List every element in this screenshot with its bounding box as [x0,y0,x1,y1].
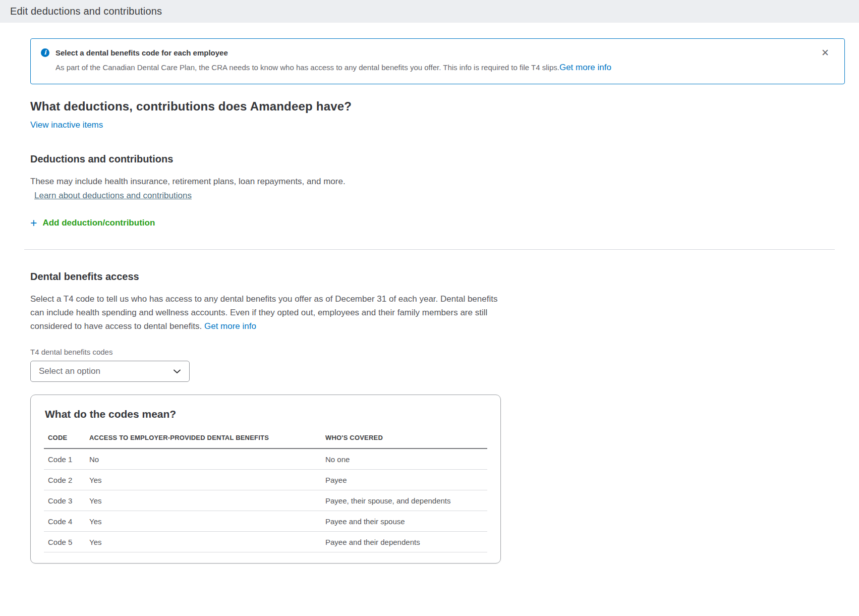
codes-meaning-card: What do the codes mean? CODE ACCESS TO E… [30,395,501,564]
deductions-description: These may include health insurance, reti… [30,175,845,188]
t4-codes-field-label: T4 dental benefits codes [30,348,845,356]
table-row: Code 3YesPayee, their spouse, and depend… [44,490,487,511]
chevron-down-icon [173,367,182,376]
table-cell: Code 5 [44,532,89,552]
table-cell: Payee [325,470,487,490]
table-cell: Yes [89,470,325,490]
section-divider [24,249,835,250]
deductions-section-heading: Deductions and contributions [30,153,845,165]
table-cell: Yes [89,532,325,552]
table-row: Code 4YesPayee and their spouse [44,511,487,532]
codes-table-head: CODE ACCESS TO EMPLOYER-PROVIDED DENTAL … [44,434,487,449]
add-deduction-button[interactable]: + Add deduction/contribution [30,218,155,228]
t4-codes-select[interactable]: Select an option [30,361,190,382]
dental-description: Select a T4 code to tell us who has acce… [30,292,508,333]
table-cell: Code 2 [44,470,89,490]
codes-card-heading: What do the codes mean? [45,408,487,420]
table-cell: No one [325,449,487,470]
table-row: Code 5YesPayee and their dependents [44,532,487,552]
codes-table-header-row: CODE ACCESS TO EMPLOYER-PROVIDED DENTAL … [44,434,487,449]
view-inactive-items-link[interactable]: View inactive items [30,120,103,130]
close-icon[interactable]: ✕ [821,48,829,58]
column-header-covered: WHO'S COVERED [325,434,487,449]
main-content: i Select a dental benefits code for each… [30,38,845,564]
info-icon: i [41,48,49,57]
table-row: Code 2YesPayee [44,470,487,490]
table-cell: No [89,449,325,470]
table-cell: Code 1 [44,449,89,470]
table-cell: Code 3 [44,490,89,511]
table-row: Code 1NoNo one [44,449,487,470]
table-cell: Payee and their spouse [325,511,487,532]
codes-table-body: Code 1NoNo oneCode 2YesPayeeCode 3YesPay… [44,449,487,552]
plus-icon: + [30,218,37,228]
add-deduction-label: Add deduction/contribution [42,218,155,228]
dental-code-info-banner: i Select a dental benefits code for each… [30,38,845,84]
column-header-access: ACCESS TO EMPLOYER-PROVIDED DENTAL BENEF… [89,434,325,449]
page-title: Edit deductions and contributions [10,6,162,17]
employee-deductions-heading: What deductions, contributions does Aman… [30,99,845,114]
table-cell: Yes [89,490,325,511]
table-cell: Payee, their spouse, and dependents [325,490,487,511]
table-cell: Payee and their dependents [325,532,487,552]
column-header-code: CODE [44,434,89,449]
t4-codes-select-value: Select an option [39,366,100,376]
banner-body: As part of the Canadian Dental Care Plan… [55,62,834,73]
codes-table: CODE ACCESS TO EMPLOYER-PROVIDED DENTAL … [44,434,487,552]
learn-about-deductions-link[interactable]: Learn about deductions and contributions [34,191,192,201]
banner-title: Select a dental benefits code for each e… [55,48,228,57]
dental-section-heading: Dental benefits access [30,271,845,283]
get-more-info-link-dental[interactable]: Get more info [204,321,256,331]
page-header: Edit deductions and contributions [0,0,859,23]
get-more-info-link[interactable]: Get more info [559,63,611,72]
banner-body-text: As part of the Canadian Dental Care Plan… [55,63,559,72]
table-cell: Code 4 [44,511,89,532]
dental-description-text: Select a T4 code to tell us who has acce… [30,294,497,331]
table-cell: Yes [89,511,325,532]
banner-title-row: i Select a dental benefits code for each… [41,48,834,57]
